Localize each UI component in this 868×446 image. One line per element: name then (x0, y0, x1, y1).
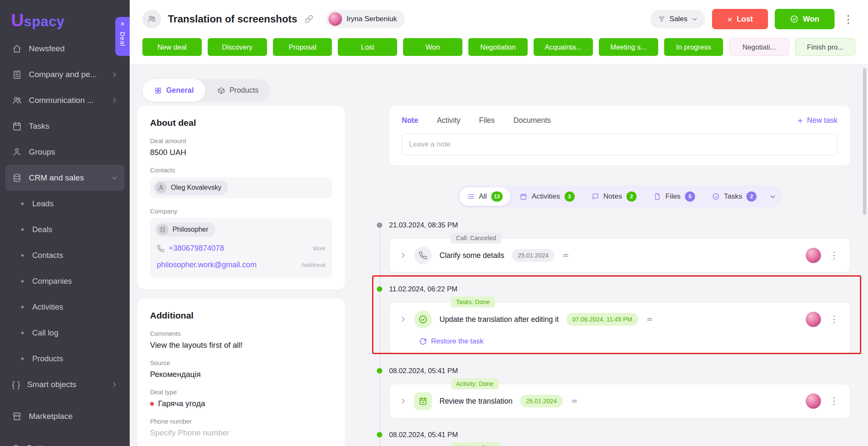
sidebar-item-deals[interactable]: Deals (5, 216, 125, 242)
building-icon (12, 69, 22, 80)
sidebar-item-company-and-people[interactable]: Company and pe... (5, 61, 125, 87)
expand-chevron-icon[interactable] (400, 316, 406, 323)
company-phone[interactable]: +380679874078 (169, 244, 224, 253)
sidebar-item-newsfeed[interactable]: Newsfeed (5, 36, 125, 61)
building-icon (157, 224, 168, 235)
tab-general[interactable]: General (142, 79, 206, 102)
stage-button[interactable]: Meeting s... (599, 38, 658, 56)
tab-products[interactable]: Products (206, 79, 270, 102)
new-task-button[interactable]: New task (797, 116, 837, 125)
kebab-menu-icon[interactable]: ⋮ (841, 14, 855, 25)
timeline: 21.03.2024, 08:35 PM Call: Canceled Clar… (371, 220, 863, 446)
contacts-row: Oleg Kovalevsky (150, 177, 332, 198)
sidebar-item-label: Newsfeed (29, 44, 65, 53)
due-date-chip: 25.01.2024 (512, 249, 555, 262)
deal-tab[interactable]: × Deal (115, 17, 130, 56)
owner-chip[interactable]: Iryna Serbeniuk (326, 10, 404, 28)
filter-notes[interactable]: Notes 2 (584, 187, 644, 206)
sidebar-item-activities[interactable]: Activities (5, 294, 125, 320)
tab-files[interactable]: Files (479, 116, 495, 125)
filter-count-badge: 5 (685, 191, 695, 202)
note-input[interactable] (402, 133, 837, 155)
field-label: Phone number (150, 418, 332, 425)
sidebar-item-smart-objects[interactable]: { } Smart objects (5, 371, 125, 397)
kebab-menu-icon[interactable]: ⋮ (829, 315, 840, 324)
stage-button[interactable]: Acquainta... (534, 38, 593, 56)
expand-chevron-icon[interactable] (400, 398, 406, 404)
stage-button[interactable]: Lost (338, 38, 397, 56)
activity-column: Note Activity Files Documents New task A… (371, 106, 863, 446)
tab-note[interactable]: Note (402, 116, 418, 125)
company-chip[interactable]: Philosopher (155, 222, 215, 237)
kebab-menu-icon[interactable]: ⋮ (829, 251, 840, 260)
additional-card: Additional Comments View the layouts fir… (137, 299, 345, 446)
stage-button[interactable]: Proposal (273, 38, 332, 56)
sidebar-item-tasks[interactable]: Tasks (5, 113, 125, 139)
sidebar-item-settings[interactable]: ⚙ Settings (5, 435, 125, 446)
kebab-menu-icon[interactable]: ⋮ (829, 396, 840, 406)
app-logo[interactable]: U spacy (0, 0, 130, 36)
tab-label: Products (229, 86, 259, 95)
deal-avatar (142, 10, 161, 28)
stage-button[interactable]: Negotiation (468, 38, 528, 56)
sidebar-item-label: Contacts (32, 251, 63, 260)
sidebar-item-label: Smart objects (27, 380, 76, 389)
entry-title[interactable]: Review the translation (440, 397, 512, 406)
sidebar-item-contacts[interactable]: Contacts (5, 242, 125, 268)
crm-icon (12, 173, 22, 183)
sidebar-item-leads[interactable]: Leads (5, 191, 125, 216)
grid-icon (154, 87, 162, 94)
deal-amount-value: 8500 UAH (150, 148, 332, 157)
stage-button[interactable]: Discovery (208, 38, 267, 56)
entry-badge-row: Tasks: Done (451, 296, 863, 307)
timeline-dot (377, 368, 382, 374)
card-heading: Additional (150, 310, 332, 321)
close-icon[interactable]: × (120, 20, 125, 28)
sidebar-item-companies[interactable]: Companies (5, 268, 125, 294)
sidebar-item-label: Settings (27, 443, 56, 446)
company-name: Philosopher (172, 226, 209, 233)
filter-all[interactable]: All 13 (459, 187, 511, 206)
sidebar-item-products[interactable]: Products (5, 346, 125, 371)
chevron-right-icon (111, 71, 118, 78)
stage-button[interactable]: In progress (664, 38, 723, 56)
stage-button[interactable]: New deal (142, 38, 202, 56)
composer-tabs: Note Activity Files Documents New task (402, 116, 837, 125)
sidebar-item-marketplace[interactable]: Marketplace (5, 403, 125, 429)
entry-badge-row: Activity: Done (451, 378, 863, 389)
company-email[interactable]: philosopher.work@gmail.com (157, 260, 256, 269)
restore-task-button[interactable]: Restore the task (389, 336, 850, 354)
stage-button[interactable]: Finish pro... (795, 38, 855, 56)
pipeline-selector[interactable]: Sales (650, 10, 706, 28)
expand-chevron-icon[interactable] (400, 252, 406, 259)
sidebar-item-groups[interactable]: Groups (5, 139, 125, 165)
contact-chip[interactable]: Oleg Kovalevsky (153, 180, 228, 195)
scrollbar-thumb[interactable] (863, 68, 866, 215)
pipeline-name: Sales (670, 15, 688, 23)
filter-count-badge: 2 (746, 191, 757, 202)
call-icon (414, 247, 432, 264)
chevron-down-icon (111, 175, 118, 181)
tab-activity[interactable]: Activity (437, 116, 460, 125)
filter-activities[interactable]: Activities 3 (512, 187, 582, 206)
entry-title[interactable]: Clarify some details (440, 251, 504, 260)
link-icon[interactable] (305, 15, 313, 23)
phone-number-field[interactable] (150, 428, 332, 438)
lost-button[interactable]: × Lost (712, 9, 768, 29)
logo-mark: U (11, 10, 24, 30)
stage-button[interactable]: Negotiati... (729, 38, 789, 56)
stage-button[interactable]: Won (403, 38, 462, 56)
status-badge: Call: Canceled (451, 233, 501, 244)
chevron-down-icon[interactable] (769, 193, 776, 200)
sidebar-item-call-log[interactable]: Call log (5, 320, 125, 346)
deal-type-value: Гаряча угода (150, 399, 332, 408)
won-button[interactable]: Won (775, 9, 835, 29)
tab-documents[interactable]: Documents (513, 116, 551, 125)
timeline-dot (377, 432, 382, 438)
filter-files[interactable]: Files 5 (646, 187, 703, 206)
sidebar-item-label: Companies (32, 277, 72, 286)
sidebar-item-communication[interactable]: Communication ... (5, 87, 125, 113)
sidebar-item-crm-and-sales[interactable]: CRM and sales (5, 165, 125, 191)
entry-title[interactable]: Update the translation after editing it (440, 315, 559, 324)
filter-tasks[interactable]: Tasks 2 (704, 187, 764, 206)
